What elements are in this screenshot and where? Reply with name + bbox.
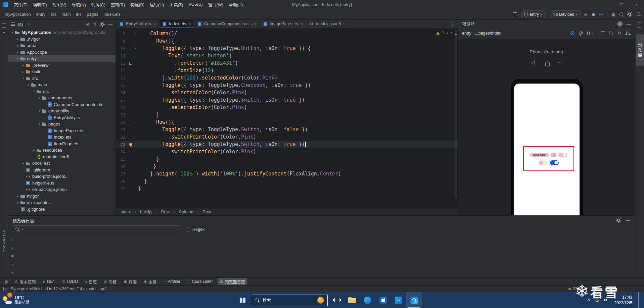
edge-browser-button[interactable] <box>360 292 375 308</box>
tree-item-.gitignore[interactable]: .gitignore <box>8 206 116 213</box>
breadcrumb-item-src[interactable]: src <box>50 12 57 17</box>
breadcrumb-item-main[interactable]: main <box>61 12 71 17</box>
code-line-25[interactable]: 25 } <box>116 155 458 163</box>
warning-stripe-mark[interactable] <box>455 34 457 35</box>
code-line-19[interactable]: 19 } <box>116 111 458 118</box>
toolwindow-button-预览器日志[interactable]: ▤预览器日志 <box>218 278 247 285</box>
tree-item-build[interactable]: ▸build <box>8 68 116 75</box>
debug-button[interactable] <box>592 12 595 16</box>
menu-item-重构(R)[interactable]: 重构(R) <box>108 0 128 9</box>
more-icon[interactable]: ⋯ <box>557 59 562 65</box>
settings-gear-icon[interactable] <box>628 12 632 16</box>
code-line-22[interactable]: 22 .switchPointColor(Color.Pink) <box>116 133 458 141</box>
menu-item-代码(C)[interactable]: 代码(C) <box>89 0 108 9</box>
editor-breadcrumb-Column[interactable]: Column <box>179 210 193 214</box>
tab-options-icon[interactable]: ⋮ <box>447 21 458 27</box>
menu-item-窗口(W)[interactable]: 窗口(W) <box>205 0 226 9</box>
file-explorer-button[interactable] <box>344 292 360 308</box>
clear-log-icon[interactable]: □ <box>11 262 13 267</box>
next-warning-icon[interactable]: ▾ <box>450 31 452 35</box>
previewer-target[interactable]: entry : ...pages/Index <box>462 31 501 36</box>
chevron-expanded-icon[interactable]: ▾ <box>37 109 42 113</box>
tree-item-build-profile.json5[interactable]: build-profile.json5 <box>8 173 116 180</box>
tab-close-icon[interactable]: × <box>343 21 346 27</box>
editor-breadcrumb-Index[interactable]: Index <box>121 210 131 214</box>
tree-item-.hvigor[interactable]: ▸.hvigor <box>8 36 116 43</box>
back-icon[interactable]: ◁ <box>531 59 535 65</box>
code-line-24[interactable]: 24 .switchPointColor(Color.Pink) <box>116 148 458 155</box>
intention-bulb-icon[interactable] <box>129 143 132 146</box>
tree-item-ohosTest[interactable]: ▸ohosTest <box>8 160 116 167</box>
tree-item-AppScope[interactable]: ▸AppScope <box>8 49 116 56</box>
scroll-to-top-icon[interactable]: ↑ <box>11 237 13 242</box>
inspect-component-icon[interactable] <box>570 31 574 35</box>
log-search-input[interactable]: ▾ <box>13 225 180 233</box>
breadcrumb-item-MyApplication[interactable]: MyApplication <box>4 12 32 17</box>
tree-item-CommonComponents.ets[interactable]: CommonComponents.ets <box>8 101 116 108</box>
editor-scrollbar[interactable] <box>455 29 457 207</box>
editor-breadcrumb-Row[interactable]: Row <box>202 210 211 214</box>
status-bar-icon[interactable] <box>3 287 7 291</box>
breadcrumb-item-entry[interactable]: entry <box>36 12 46 17</box>
chevron-expanded-icon[interactable]: ▾ <box>37 122 42 126</box>
chevron-collapsed-icon[interactable]: ▸ <box>32 149 36 152</box>
project-panel-title[interactable]: 项目 <box>17 21 26 28</box>
code-line-20[interactable]: 20▾ Row(){ <box>116 118 458 126</box>
toolwindow-button-Profiler[interactable]: ◔Profiler <box>162 279 183 285</box>
search-history-chevron-icon[interactable]: ▾ <box>22 228 23 231</box>
scroll-to-end-icon[interactable]: ↓ <box>11 246 13 250</box>
menu-item-构建(B)[interactable]: 构建(B) <box>128 0 147 9</box>
regex-checkbox[interactable]: Regex <box>186 227 204 232</box>
chevron-expanded-icon[interactable]: ▾ <box>21 76 26 80</box>
code-line-15[interactable]: 15 Toggle({ type: ToggleType.Checkbox, i… <box>116 82 458 89</box>
breadcrumb-item-pages[interactable]: pages <box>86 12 99 17</box>
search-everywhere-icon[interactable] <box>619 12 624 16</box>
structure-stripe-icon[interactable] <box>2 31 6 35</box>
minimize-button[interactable]: – <box>600 0 614 9</box>
tree-item-hvigor[interactable]: ▸hvigor <box>8 193 116 200</box>
editor-breadcrumb-Row[interactable]: Row <box>161 210 170 214</box>
chevron-expanded-icon[interactable]: ▾ <box>15 57 20 60</box>
chevron-collapsed-icon[interactable]: ▸ <box>15 50 20 54</box>
taskbar-search[interactable]: 搜索 <box>252 295 328 306</box>
color-preview-chip[interactable] <box>129 62 132 65</box>
log-settings-gear-icon[interactable] <box>616 218 621 222</box>
tree-item-ItemPage.ets[interactable]: ItemPage.ets <box>8 141 116 147</box>
chevron-collapsed-icon[interactable]: ▸ <box>21 162 26 165</box>
chevron-expanded-icon[interactable]: ▾ <box>32 90 36 93</box>
tree-item-.gitignore[interactable]: .gitignore <box>8 167 116 173</box>
deveco-studio-button[interactable] <box>406 292 422 308</box>
chevron-expanded-icon[interactable]: ▾ <box>26 83 31 87</box>
code-line-10[interactable]: 10▾ Toggle({ type: ToggleType.Button, is… <box>116 45 458 52</box>
chevron-collapsed-icon[interactable]: ▸ <box>15 194 20 198</box>
code-line-12[interactable]: 12 .fontColor('#182431') <box>116 59 458 67</box>
more-tools-icon[interactable]: » <box>11 271 14 275</box>
fold-arrow-icon[interactable]: ▾ <box>133 120 138 124</box>
hide-log-panel-icon[interactable]: — <box>626 218 630 223</box>
module-selector[interactable]: entry ▾ <box>521 10 545 18</box>
layers-icon[interactable] <box>579 31 583 35</box>
code-line-26[interactable]: 26 } <box>116 163 458 170</box>
show-desktop-button[interactable] <box>638 292 640 308</box>
tab-close-icon[interactable]: × <box>153 21 156 27</box>
chevron-collapsed-icon[interactable]: ▸ <box>15 201 20 204</box>
toolwindow-button-Run[interactable]: ▶Run <box>40 279 57 285</box>
code-line-11[interactable]: 11 Text('status button') <box>116 52 458 59</box>
tree-item-ets[interactable]: ▾ets <box>8 88 116 95</box>
chevron-collapsed-icon[interactable]: ▸ <box>15 44 20 47</box>
expand-collapse-icon[interactable]: ⇅ <box>93 22 96 27</box>
tree-item-.idea[interactable]: ▸.idea <box>8 42 116 49</box>
frame-icon[interactable] <box>601 31 605 35</box>
hamburger-icon[interactable] <box>11 22 15 26</box>
previewer-stripe-icon[interactable] <box>638 22 641 28</box>
tab-close-icon[interactable]: × <box>254 21 257 27</box>
vscode-button[interactable] <box>391 292 406 308</box>
previewer-stripe-tab[interactable]: 预览器 <box>636 34 644 66</box>
chevron-collapsed-icon[interactable]: ▸ <box>21 70 26 73</box>
previewer-settings-gear-icon[interactable] <box>618 22 622 26</box>
grid-view-dropdown[interactable]: ▾ <box>587 31 593 35</box>
multi-window-icon[interactable] <box>544 61 548 64</box>
device-mirror-icon[interactable] <box>513 12 517 16</box>
tree-item-EntryAbility.ts[interactable]: EntryAbility.ts <box>8 114 116 121</box>
chevron-collapsed-icon[interactable]: ▸ <box>15 37 20 41</box>
